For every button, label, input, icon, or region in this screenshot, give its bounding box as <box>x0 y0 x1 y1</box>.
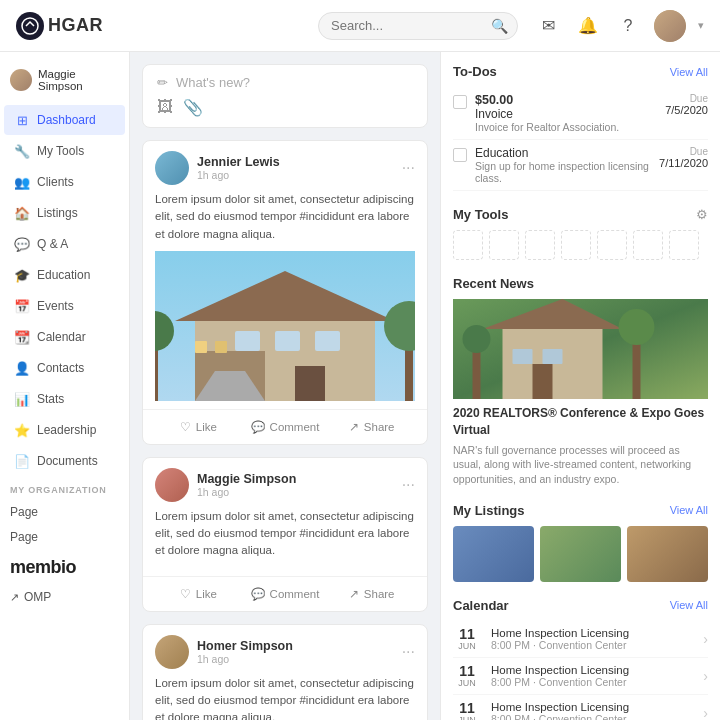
svg-point-25 <box>463 325 491 353</box>
avatar <box>155 151 189 185</box>
post-user-name: Homer Simpson <box>197 639 402 653</box>
logo[interactable]: HGAR <box>16 12 103 40</box>
mail-icon[interactable]: ✉ <box>534 12 562 40</box>
calendar-view-all[interactable]: View All <box>670 599 708 611</box>
post-user-info: Jennier Lewis 1h ago <box>197 155 402 181</box>
gear-icon[interactable]: ⚙ <box>696 207 708 222</box>
sidebar-item-education[interactable]: 🎓 Education <box>4 260 125 290</box>
sidebar-item-stats[interactable]: 📊 Stats <box>4 384 125 414</box>
listing-thumbnail[interactable] <box>540 526 621 582</box>
like-button[interactable]: ♡Like <box>155 583 242 605</box>
sidebar-item-leadership[interactable]: ⭐ Leadership <box>4 415 125 445</box>
calendar-event[interactable]: 11 JUN Home Inspection Licensing 8:00 PM… <box>453 695 708 720</box>
help-icon[interactable]: ? <box>614 12 642 40</box>
cal-month: JUN <box>453 678 481 688</box>
listing-thumbnail[interactable] <box>453 526 534 582</box>
todo-content: Education Sign up for home inspection li… <box>475 146 651 184</box>
news-article-title[interactable]: 2020 REALTORS® Conference & Expo Goes Vi… <box>453 405 708 439</box>
bell-icon[interactable]: 🔔 <box>574 12 602 40</box>
post-user-name: Maggie Simpson <box>197 472 402 486</box>
post-menu-button[interactable]: ··· <box>402 159 415 177</box>
post-text: Lorem ipsum dolor sit amet, consectetur … <box>155 191 415 243</box>
post-composer: ✏ What's new? 🖼 📎 <box>142 64 428 128</box>
sidebar-item-contacts[interactable]: 👤 Contacts <box>4 353 125 383</box>
post-menu-button[interactable]: ··· <box>402 476 415 494</box>
todo-content: $50.00 Invoice Invoice for Realtor Assoc… <box>475 93 657 133</box>
recent-news-title: Recent News <box>453 276 534 291</box>
post-text: Lorem ipsum dolor sit amet, consectetur … <box>155 508 415 560</box>
image-upload-button[interactable]: 🖼 <box>157 98 173 117</box>
logo-text: HGAR <box>48 15 103 36</box>
cal-title: Home Inspection Licensing <box>491 664 693 676</box>
sidebar-org-page-1[interactable]: Page <box>0 499 129 524</box>
tool-placeholder[interactable] <box>525 230 555 260</box>
attachment-button[interactable]: 📎 <box>183 98 203 117</box>
post-image <box>155 251 415 401</box>
tool-placeholder[interactable] <box>489 230 519 260</box>
search-input[interactable] <box>331 18 491 33</box>
sidebar-item-qa[interactable]: 💬 Q & A <box>4 229 125 259</box>
sidebar-item-label: Leadership <box>37 423 96 437</box>
recent-news-header: Recent News <box>453 276 708 291</box>
sidebar-item-listings[interactable]: 🏠 Listings <box>4 198 125 228</box>
svg-rect-24 <box>473 349 481 399</box>
post-body: Lorem ipsum dolor sit amet, consectetur … <box>143 508 427 576</box>
svg-point-0 <box>22 18 38 34</box>
cal-day: 11 <box>453 701 481 715</box>
like-button[interactable]: ♡Like <box>155 416 242 438</box>
listings-view-all[interactable]: View All <box>670 504 708 516</box>
calendar-event[interactable]: 11 JUN Home Inspection Licensing 8:00 PM… <box>453 621 708 658</box>
svg-rect-12 <box>155 346 158 401</box>
calendar-date: 11 JUN <box>453 701 481 720</box>
sidebar-item-label: Dashboard <box>37 113 96 127</box>
cal-day: 11 <box>453 627 481 641</box>
post-body: Lorem ipsum dolor sit amet, consectetur … <box>143 191 427 409</box>
todo-checkbox[interactable] <box>453 95 467 109</box>
external-link-icon: ↗ <box>10 591 19 604</box>
my-tools-title: My Tools <box>453 207 508 222</box>
pencil-icon: ✏ <box>157 75 168 90</box>
tool-placeholder[interactable] <box>669 230 699 260</box>
tool-placeholder[interactable] <box>597 230 627 260</box>
sidebar-item-dashboard[interactable]: ⊞ Dashboard <box>4 105 125 135</box>
sidebar-item-label: Listings <box>37 206 78 220</box>
sidebar-item-clients[interactable]: 👥 Clients <box>4 167 125 197</box>
search-bar[interactable]: 🔍 <box>318 12 518 40</box>
todo-due-label: Due <box>659 146 708 157</box>
comment-button[interactable]: 💬Comment <box>242 583 329 605</box>
org-section-label: MY ORGANIZATION <box>0 477 129 499</box>
post-menu-button[interactable]: ··· <box>402 643 415 661</box>
composer-placeholder[interactable]: What's new? <box>176 75 250 90</box>
events-icon: 📅 <box>14 298 30 314</box>
cal-detail: 8:00 PM · Convention Center <box>491 639 693 651</box>
sidebar-org-page-2[interactable]: Page <box>0 524 129 549</box>
sidebar-item-my-tools[interactable]: 🔧 My Tools <box>4 136 125 166</box>
avatar-dropdown-arrow[interactable]: ▾ <box>698 19 704 32</box>
sidebar-membio: membio <box>0 549 129 586</box>
logo-icon <box>16 12 44 40</box>
todos-view-all[interactable]: View All <box>670 66 708 78</box>
sidebar-item-events[interactable]: 📅 Events <box>4 291 125 321</box>
user-avatar[interactable] <box>654 10 686 42</box>
listing-thumbnail[interactable] <box>627 526 708 582</box>
tool-placeholder[interactable] <box>561 230 591 260</box>
calendar-event[interactable]: 11 JUN Home Inspection Licensing 8:00 PM… <box>453 658 708 695</box>
todo-checkbox[interactable] <box>453 148 467 162</box>
post-user-name: Jennier Lewis <box>197 155 402 169</box>
todo-due: Due 7/5/2020 <box>665 93 708 116</box>
tools-icon: 🔧 <box>14 143 30 159</box>
tool-placeholder[interactable] <box>633 230 663 260</box>
share-button[interactable]: ↗Share <box>328 583 415 605</box>
svg-rect-8 <box>295 366 325 401</box>
share-button[interactable]: ↗Share <box>328 416 415 438</box>
comment-button[interactable]: 💬Comment <box>242 416 329 438</box>
sidebar-item-documents[interactable]: 📄 Documents <box>4 446 125 476</box>
todo-item: $50.00 Invoice Invoice for Realtor Assoc… <box>453 87 708 140</box>
sidebar-item-calendar[interactable]: 📆 Calendar <box>4 322 125 352</box>
my-tools-header: My Tools ⚙ <box>453 207 708 222</box>
todo-amount: $50.00 <box>475 93 657 107</box>
listings-grid <box>453 526 708 582</box>
post-user-info: Homer Simpson 1h ago <box>197 639 402 665</box>
sidebar-omp[interactable]: ↗ OMP <box>0 586 129 608</box>
tool-placeholder[interactable] <box>453 230 483 260</box>
